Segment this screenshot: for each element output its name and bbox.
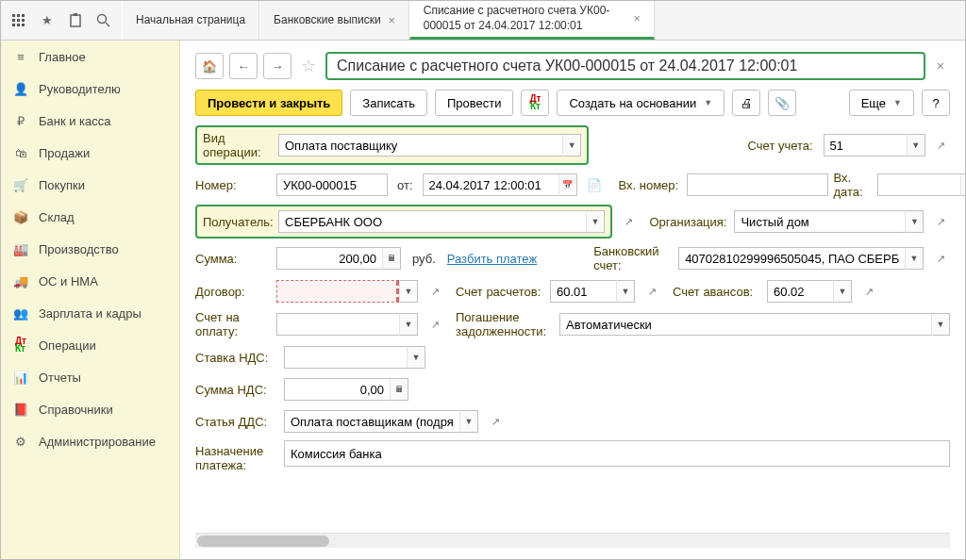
account-input[interactable]: [824, 134, 907, 156]
sidebar-item-reports[interactable]: 📊Отчеты: [1, 361, 179, 393]
sidebar-item-salary[interactable]: 👥Зарплата и кадры: [1, 297, 179, 329]
sidebar-item-label: Операции: [39, 338, 96, 353]
op-type-select[interactable]: [278, 134, 562, 156]
date-input[interactable]: [423, 173, 558, 196]
search-icon[interactable]: [95, 12, 112, 29]
chevron-down-icon[interactable]: ▼: [586, 210, 605, 233]
number-input[interactable]: [276, 173, 388, 196]
contract-input[interactable]: [276, 280, 399, 303]
sidebar-item-operations[interactable]: ДтКтОперации: [1, 329, 179, 361]
purpose-textarea[interactable]: [284, 440, 950, 467]
settle-acc-label: Счет расчетов:: [456, 285, 544, 299]
open-icon[interactable]: ↗: [642, 280, 661, 303]
bank-acc-input[interactable]: [678, 247, 905, 270]
split-payment-link[interactable]: Разбить платеж: [447, 252, 537, 266]
dds-input[interactable]: [284, 410, 459, 433]
tab-document[interactable]: Списание с расчетного счета УК00-000015 …: [409, 1, 655, 40]
star-icon[interactable]: ★: [39, 12, 56, 29]
calculator-icon[interactable]: 🖩: [390, 378, 408, 401]
dtkt-button[interactable]: ДтКт: [521, 90, 549, 116]
in-date-input[interactable]: [877, 173, 960, 196]
print-button[interactable]: 🖨: [732, 90, 760, 116]
sidebar-item-purchases[interactable]: 🛒Покупки: [1, 169, 179, 201]
close-icon[interactable]: ×: [389, 14, 395, 27]
post-and-close-button[interactable]: Провести и закрыть: [195, 90, 342, 116]
box-icon: 📦: [12, 208, 29, 225]
open-icon[interactable]: ↗: [859, 280, 878, 303]
vat-rate-input[interactable]: [284, 346, 407, 369]
sidebar-item-directories[interactable]: 📕Справочники: [1, 393, 179, 425]
save-button[interactable]: Записать: [350, 90, 427, 116]
svg-rect-4: [17, 19, 20, 22]
chevron-down-icon[interactable]: ▼: [407, 346, 425, 369]
svg-rect-6: [12, 24, 15, 26]
chevron-down-icon[interactable]: ▼: [931, 313, 950, 336]
sidebar-item-stock[interactable]: 📦Склад: [1, 201, 179, 233]
chevron-down-icon[interactable]: ▼: [905, 210, 924, 233]
scroll-thumb[interactable]: [197, 535, 329, 547]
chevron-down-icon[interactable]: ▼: [562, 134, 581, 156]
more-button[interactable]: Еще▼: [849, 90, 914, 116]
bag-icon: 🛍: [12, 144, 29, 161]
close-icon[interactable]: ×: [634, 12, 641, 25]
chevron-down-icon[interactable]: ▼: [459, 410, 478, 433]
tab-home[interactable]: Начальная страница: [122, 1, 259, 40]
tab-label: Начальная страница: [136, 13, 245, 28]
invoice-input[interactable]: [276, 313, 399, 336]
calendar-icon[interactable]: 📅: [558, 173, 577, 196]
recipient-input[interactable]: [278, 210, 586, 233]
open-icon[interactable]: ↗: [620, 210, 639, 233]
clipboard-icon[interactable]: [67, 12, 84, 29]
back-button[interactable]: ←: [229, 53, 258, 79]
advance-acc-input[interactable]: [767, 280, 833, 303]
sum-input[interactable]: [276, 247, 382, 270]
chevron-down-icon[interactable]: ▼: [616, 280, 635, 303]
open-icon[interactable]: ↗: [933, 134, 950, 156]
calculator-icon[interactable]: 🖩: [382, 247, 401, 270]
in-number-input[interactable]: [687, 173, 828, 196]
home-button[interactable]: 🏠: [195, 53, 224, 79]
vat-sum-input[interactable]: [284, 378, 390, 401]
cart-icon: 🛒: [12, 176, 29, 193]
open-icon[interactable]: ↗: [425, 280, 444, 303]
favorite-star-icon[interactable]: ☆: [297, 56, 320, 76]
sidebar-item-sales[interactable]: 🛍Продажи: [1, 137, 179, 169]
op-type-label: Вид операции:: [203, 131, 278, 159]
open-icon[interactable]: ↗: [425, 313, 444, 336]
close-button[interactable]: ×: [931, 58, 950, 74]
open-icon[interactable]: ↗: [931, 210, 950, 233]
help-button[interactable]: ?: [922, 90, 950, 116]
open-icon[interactable]: ↗: [486, 410, 505, 433]
org-input[interactable]: [734, 210, 905, 233]
tab-bank-statements[interactable]: Банковские выписки ×: [259, 1, 409, 40]
settle-acc-input[interactable]: [550, 280, 616, 303]
forward-button[interactable]: →: [263, 53, 291, 79]
page-title: Списание с расчетного счета УК00-000015 …: [325, 52, 925, 80]
sidebar: ≡Главное 👤Руководителю ₽Банк и касса 🛍Пр…: [1, 41, 180, 559]
chevron-down-icon[interactable]: ▼: [905, 247, 924, 270]
header-row: 🏠 ← → ☆ Списание с расчетного счета УК00…: [195, 52, 950, 80]
open-icon[interactable]: ↗: [931, 247, 950, 270]
horizontal-scrollbar[interactable]: [195, 533, 950, 548]
sidebar-item-main[interactable]: ≡Главное: [1, 41, 179, 73]
chevron-down-icon[interactable]: ▼: [399, 313, 418, 336]
apps-icon[interactable]: [10, 12, 27, 29]
manager-icon: 👤: [12, 80, 29, 97]
sidebar-item-admin[interactable]: ⚙Администрирование: [1, 425, 179, 457]
calendar-icon[interactable]: 📅: [960, 173, 965, 196]
chevron-down-icon[interactable]: ▼: [907, 134, 925, 156]
debt-input[interactable]: [559, 313, 931, 336]
chart-icon: 📊: [12, 369, 29, 386]
create-based-button[interactable]: Создать на основании▼: [557, 90, 724, 116]
sidebar-item-production[interactable]: 🏭Производство: [1, 233, 179, 265]
sidebar-item-manager[interactable]: 👤Руководителю: [1, 73, 179, 105]
post-button[interactable]: Провести: [435, 90, 514, 116]
chevron-down-icon[interactable]: ▼: [833, 280, 852, 303]
sidebar-item-assets[interactable]: 🚚ОС и НМА: [1, 265, 179, 297]
svg-rect-5: [22, 19, 25, 22]
attach-button[interactable]: 📎: [768, 90, 796, 116]
sidebar-item-bank[interactable]: ₽Банк и касса: [1, 105, 179, 137]
chevron-down-icon[interactable]: ▼: [399, 280, 418, 303]
recipient-group: Получатель: ▼: [195, 205, 612, 239]
form: Вид операции: ▼ Счет учета: ▼ ↗: [195, 125, 950, 472]
